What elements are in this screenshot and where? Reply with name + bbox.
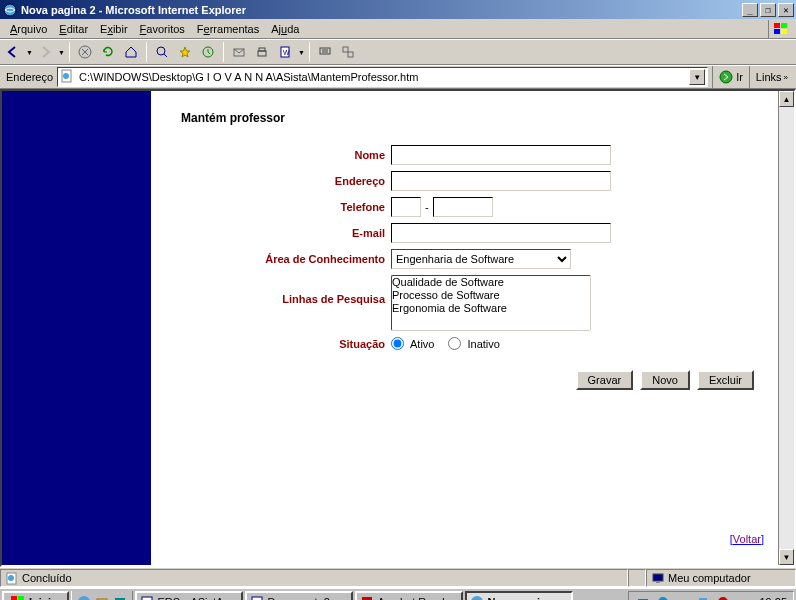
page-title: Mantém professor bbox=[181, 111, 764, 125]
windows-logo-icon bbox=[768, 20, 792, 38]
label-nome: Nome bbox=[181, 149, 391, 161]
edit-button[interactable]: W bbox=[274, 41, 296, 63]
go-icon bbox=[719, 70, 733, 84]
input-telefone-num[interactable] bbox=[433, 197, 493, 217]
scroll-track[interactable] bbox=[779, 107, 794, 549]
scroll-up-button[interactable]: ▲ bbox=[779, 91, 794, 107]
ql-desktop-icon[interactable] bbox=[112, 594, 128, 600]
task-ie-active[interactable]: Nova pagi... bbox=[465, 591, 573, 600]
minimize-button[interactable]: _ bbox=[742, 3, 758, 17]
address-input-container[interactable]: C:\WINDOWS\Desktop\G I O V A N N A\ASist… bbox=[57, 67, 708, 87]
label-endereco: Endereço bbox=[181, 175, 391, 187]
menu-favoritos[interactable]: Favoritos bbox=[134, 21, 191, 37]
refresh-button[interactable] bbox=[97, 41, 119, 63]
start-button[interactable]: Iniciar bbox=[2, 591, 69, 600]
radio-ativo[interactable] bbox=[391, 337, 404, 350]
status-bar: Concluído Meu computador bbox=[0, 567, 796, 587]
task-acrobat[interactable]: Acrobat Read... bbox=[355, 591, 463, 600]
clock[interactable]: 19:25 bbox=[759, 596, 787, 600]
tray-icon-3[interactable] bbox=[675, 594, 691, 600]
quick-launch bbox=[71, 591, 133, 600]
menu-exibir[interactable]: Exibir bbox=[94, 21, 134, 37]
back-dropdown-icon[interactable]: ▼ bbox=[26, 49, 33, 56]
discuss-button[interactable] bbox=[314, 41, 336, 63]
close-button[interactable]: ✕ bbox=[778, 3, 794, 17]
back-button[interactable] bbox=[2, 41, 24, 63]
edit-dropdown-icon[interactable]: ▼ bbox=[298, 49, 305, 56]
select-area[interactable]: Engenharia de Software bbox=[391, 249, 571, 269]
forward-dropdown-icon[interactable]: ▼ bbox=[58, 49, 65, 56]
svg-rect-26 bbox=[11, 596, 17, 600]
voltar-link-container: Voltar bbox=[730, 533, 764, 545]
taskbar: Iniciar W ERSw ASistA... W Documento2 ..… bbox=[0, 587, 796, 600]
ie-icon bbox=[470, 595, 484, 600]
page-icon bbox=[60, 69, 76, 85]
word-icon: W bbox=[250, 595, 264, 600]
novo-button[interactable]: Novo bbox=[640, 370, 690, 390]
ql-outlook-icon[interactable] bbox=[94, 594, 110, 600]
svg-line-7 bbox=[164, 54, 167, 57]
scroll-down-button[interactable]: ▼ bbox=[779, 549, 794, 565]
address-dropdown-icon[interactable]: ▼ bbox=[689, 69, 705, 85]
menu-arquivo[interactable]: Arquivo bbox=[4, 21, 53, 37]
forward-button[interactable] bbox=[34, 41, 56, 63]
radio-inativo[interactable] bbox=[448, 337, 461, 350]
svg-rect-11 bbox=[259, 48, 265, 51]
menu-ferramentas[interactable]: Ferramentas bbox=[191, 21, 265, 37]
word-icon: W bbox=[140, 595, 154, 600]
phone-dash: - bbox=[425, 201, 429, 213]
input-email[interactable] bbox=[391, 223, 611, 243]
svg-point-20 bbox=[63, 73, 69, 79]
svg-rect-2 bbox=[781, 23, 787, 28]
favorites-button[interactable] bbox=[174, 41, 196, 63]
restore-button[interactable]: ❐ bbox=[760, 3, 776, 17]
svg-rect-27 bbox=[18, 596, 24, 600]
address-label: Endereço bbox=[2, 71, 57, 83]
stop-button[interactable] bbox=[74, 41, 96, 63]
related-button[interactable] bbox=[337, 41, 359, 63]
menu-editar[interactable]: Editar bbox=[53, 21, 94, 37]
status-zone-text: Meu computador bbox=[668, 572, 751, 584]
gravar-button[interactable]: Gravar bbox=[576, 370, 634, 390]
task-word2[interactable]: W Documento2 ... bbox=[245, 591, 353, 600]
links-button[interactable]: Links » bbox=[749, 66, 794, 88]
title-bar: Nova pagina 2 - Microsoft Internet Explo… bbox=[0, 0, 796, 19]
tray-icon-volume[interactable] bbox=[735, 594, 751, 600]
select-linhas[interactable]: Qualidade de Software Processo de Softwa… bbox=[391, 275, 591, 331]
tray-icon-1[interactable] bbox=[635, 594, 651, 600]
page-main: Mantém professor Nome Endereço Telefone … bbox=[151, 91, 794, 565]
excluir-button[interactable]: Excluir bbox=[697, 370, 754, 390]
label-area: Área de Conhecimento bbox=[181, 253, 391, 265]
print-button[interactable] bbox=[251, 41, 273, 63]
go-button[interactable]: Ir bbox=[712, 66, 749, 88]
svg-point-38 bbox=[471, 596, 483, 600]
voltar-link[interactable]: Voltar bbox=[733, 533, 761, 545]
menu-bar: Arquivo Editar Exibir Favoritos Ferramen… bbox=[0, 19, 796, 39]
search-button[interactable] bbox=[151, 41, 173, 63]
input-nome[interactable] bbox=[391, 145, 611, 165]
home-button[interactable] bbox=[120, 41, 142, 63]
svg-rect-4 bbox=[781, 29, 787, 34]
page-done-icon bbox=[5, 571, 19, 585]
vertical-scrollbar[interactable]: ▲ ▼ bbox=[778, 91, 794, 565]
mail-button[interactable] bbox=[228, 41, 250, 63]
history-button[interactable] bbox=[197, 41, 219, 63]
svg-point-6 bbox=[157, 47, 165, 55]
input-telefone-ddd[interactable] bbox=[391, 197, 421, 217]
radio-ativo-label: Ativo bbox=[410, 338, 434, 350]
label-situacao: Situação bbox=[181, 338, 391, 350]
svg-rect-14 bbox=[320, 48, 330, 54]
content-area: Mantém professor Nome Endereço Telefone … bbox=[0, 89, 796, 567]
label-telefone: Telefone bbox=[181, 201, 391, 213]
svg-point-30 bbox=[78, 596, 90, 600]
tray-icon-5[interactable] bbox=[715, 594, 731, 600]
menu-ajuda[interactable]: Ajuda bbox=[265, 21, 305, 37]
address-bar: Endereço C:\WINDOWS\Desktop\G I O V A N … bbox=[0, 65, 796, 89]
svg-rect-1 bbox=[774, 23, 780, 28]
task-word1[interactable]: W ERSw ASistA... bbox=[135, 591, 243, 600]
tray-icon-2[interactable] bbox=[655, 594, 671, 600]
status-zone-panel: Meu computador bbox=[646, 569, 796, 587]
tray-icon-4[interactable] bbox=[695, 594, 711, 600]
ql-ie-icon[interactable] bbox=[76, 594, 92, 600]
input-endereco[interactable] bbox=[391, 171, 611, 191]
